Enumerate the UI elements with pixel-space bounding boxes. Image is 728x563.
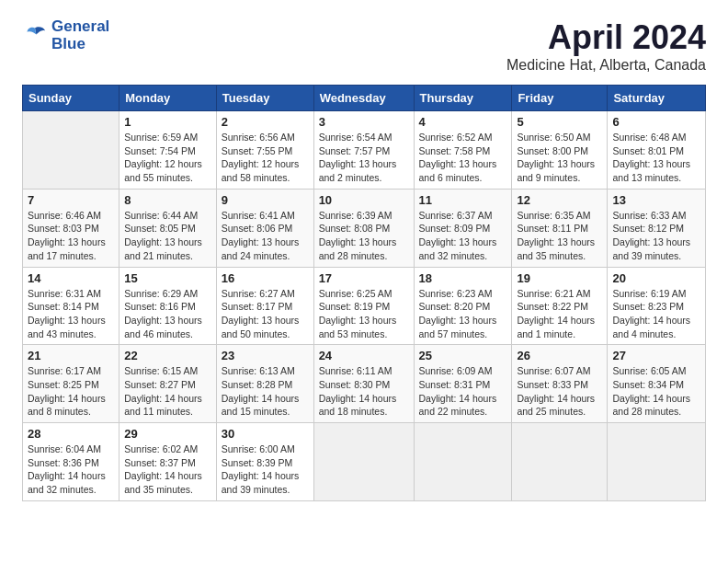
day-number: 7 — [28, 193, 114, 207]
day-number: 29 — [124, 427, 211, 441]
day-info: Sunrise: 6:44 AM Sunset: 8:05 PM Dayligh… — [124, 209, 211, 263]
table-row: 2Sunrise: 6:56 AM Sunset: 7:55 PM Daylig… — [216, 111, 313, 190]
col-monday: Monday — [119, 86, 217, 111]
day-info: Sunrise: 6:02 AM Sunset: 8:37 PM Dayligh… — [124, 442, 211, 497]
day-number: 8 — [124, 193, 211, 207]
day-info: Sunrise: 6:54 AM Sunset: 7:57 PM Dayligh… — [319, 131, 409, 185]
day-number: 18 — [419, 271, 507, 285]
table-row: 11Sunrise: 6:37 AM Sunset: 8:09 PM Dayli… — [414, 189, 512, 267]
logo-general: General — [51, 18, 109, 36]
day-number: 9 — [222, 193, 309, 207]
day-info: Sunrise: 6:46 AM Sunset: 8:03 PM Dayligh… — [28, 209, 114, 263]
table-row: 1Sunrise: 6:59 AM Sunset: 7:54 PM Daylig… — [119, 111, 217, 190]
day-info: Sunrise: 6:05 AM Sunset: 8:34 PM Dayligh… — [612, 364, 700, 419]
day-info: Sunrise: 6:41 AM Sunset: 8:06 PM Dayligh… — [222, 209, 309, 263]
day-number: 20 — [612, 271, 700, 285]
table-row: 4Sunrise: 6:52 AM Sunset: 7:58 PM Daylig… — [414, 111, 512, 190]
table-row: 9Sunrise: 6:41 AM Sunset: 8:06 PM Daylig… — [216, 189, 313, 267]
day-number: 4 — [419, 115, 507, 129]
table-row: 26Sunrise: 6:07 AM Sunset: 8:33 PM Dayli… — [512, 345, 608, 423]
table-row: 28Sunrise: 6:04 AM Sunset: 8:36 PM Dayli… — [23, 423, 119, 501]
day-info: Sunrise: 6:59 AM Sunset: 7:54 PM Dayligh… — [124, 131, 211, 185]
day-info: Sunrise: 6:25 AM Sunset: 8:19 PM Dayligh… — [319, 287, 409, 341]
calendar-subtitle: Medicine Hat, Alberta, Canada — [506, 57, 706, 74]
day-info: Sunrise: 6:07 AM Sunset: 8:33 PM Dayligh… — [517, 364, 602, 419]
table-row: 5Sunrise: 6:50 AM Sunset: 8:00 PM Daylig… — [512, 111, 608, 190]
day-info: Sunrise: 6:17 AM Sunset: 8:25 PM Dayligh… — [28, 364, 114, 419]
day-number: 11 — [419, 193, 507, 207]
col-friday: Friday — [512, 86, 608, 111]
day-number: 16 — [222, 271, 309, 285]
day-number: 28 — [28, 427, 114, 441]
day-number: 30 — [222, 427, 309, 441]
day-info: Sunrise: 6:48 AM Sunset: 8:01 PM Dayligh… — [612, 131, 700, 185]
col-tuesday: Tuesday — [216, 86, 313, 111]
day-info: Sunrise: 6:31 AM Sunset: 8:14 PM Dayligh… — [28, 287, 114, 341]
table-row: 3Sunrise: 6:54 AM Sunset: 7:57 PM Daylig… — [313, 111, 414, 190]
table-row: 12Sunrise: 6:35 AM Sunset: 8:11 PM Dayli… — [512, 189, 608, 267]
table-row: 19Sunrise: 6:21 AM Sunset: 8:22 PM Dayli… — [512, 267, 608, 345]
table-row: 21Sunrise: 6:17 AM Sunset: 8:25 PM Dayli… — [23, 345, 119, 423]
day-info: Sunrise: 6:27 AM Sunset: 8:17 PM Dayligh… — [222, 287, 309, 341]
calendar-title: April 2024 — [506, 18, 706, 57]
day-number: 13 — [612, 193, 700, 207]
table-row: 24Sunrise: 6:11 AM Sunset: 8:30 PM Dayli… — [313, 345, 414, 423]
table-row: 22Sunrise: 6:15 AM Sunset: 8:27 PM Dayli… — [119, 345, 217, 423]
table-row — [608, 423, 706, 501]
col-thursday: Thursday — [414, 86, 512, 111]
day-info: Sunrise: 6:04 AM Sunset: 8:36 PM Dayligh… — [28, 442, 114, 497]
day-number: 23 — [222, 349, 309, 362]
table-row — [23, 111, 119, 190]
table-row: 7Sunrise: 6:46 AM Sunset: 8:03 PM Daylig… — [23, 189, 119, 267]
day-info: Sunrise: 6:21 AM Sunset: 8:22 PM Dayligh… — [517, 287, 602, 341]
table-row: 18Sunrise: 6:23 AM Sunset: 8:20 PM Dayli… — [414, 267, 512, 345]
col-wednesday: Wednesday — [313, 86, 414, 111]
day-info: Sunrise: 6:13 AM Sunset: 8:28 PM Dayligh… — [222, 364, 309, 419]
table-row: 17Sunrise: 6:25 AM Sunset: 8:19 PM Dayli… — [313, 267, 414, 345]
table-row: 16Sunrise: 6:27 AM Sunset: 8:17 PM Dayli… — [216, 267, 313, 345]
table-row: 6Sunrise: 6:48 AM Sunset: 8:01 PM Daylig… — [608, 111, 706, 190]
day-info: Sunrise: 6:09 AM Sunset: 8:31 PM Dayligh… — [419, 364, 507, 419]
table-row: 20Sunrise: 6:19 AM Sunset: 8:23 PM Dayli… — [608, 267, 706, 345]
day-number: 22 — [124, 349, 211, 362]
logo: General Blue — [22, 18, 109, 52]
col-saturday: Saturday — [608, 86, 706, 111]
day-number: 5 — [517, 115, 602, 129]
calendar-page: General Blue April 2024 Medicine Hat, Al… — [0, 0, 728, 516]
day-info: Sunrise: 6:11 AM Sunset: 8:30 PM Dayligh… — [319, 364, 409, 419]
day-info: Sunrise: 6:39 AM Sunset: 8:08 PM Dayligh… — [319, 209, 409, 263]
table-row: 13Sunrise: 6:33 AM Sunset: 8:12 PM Dayli… — [608, 189, 706, 267]
calendar-body: 1Sunrise: 6:59 AM Sunset: 7:54 PM Daylig… — [23, 111, 706, 501]
day-info: Sunrise: 6:50 AM Sunset: 8:00 PM Dayligh… — [517, 131, 602, 185]
day-number: 17 — [319, 271, 409, 285]
table-row: 15Sunrise: 6:29 AM Sunset: 8:16 PM Dayli… — [119, 267, 217, 345]
day-info: Sunrise: 6:37 AM Sunset: 8:09 PM Dayligh… — [419, 209, 507, 263]
table-row — [512, 423, 608, 501]
day-number: 24 — [319, 349, 409, 362]
day-info: Sunrise: 6:00 AM Sunset: 8:39 PM Dayligh… — [222, 442, 309, 497]
table-row: 8Sunrise: 6:44 AM Sunset: 8:05 PM Daylig… — [119, 189, 217, 267]
table-row — [313, 423, 414, 501]
title-block: April 2024 Medicine Hat, Alberta, Canada — [506, 18, 706, 74]
day-info: Sunrise: 6:19 AM Sunset: 8:23 PM Dayligh… — [612, 287, 700, 341]
table-row: 29Sunrise: 6:02 AM Sunset: 8:37 PM Dayli… — [119, 423, 217, 501]
day-number: 6 — [612, 115, 700, 129]
day-number: 15 — [124, 271, 211, 285]
day-number: 1 — [124, 115, 211, 129]
table-row: 14Sunrise: 6:31 AM Sunset: 8:14 PM Dayli… — [23, 267, 119, 345]
table-row: 10Sunrise: 6:39 AM Sunset: 8:08 PM Dayli… — [313, 189, 414, 267]
day-info: Sunrise: 6:29 AM Sunset: 8:16 PM Dayligh… — [124, 287, 211, 341]
day-number: 25 — [419, 349, 507, 362]
col-sunday: Sunday — [23, 86, 119, 111]
day-number: 10 — [319, 193, 409, 207]
calendar-table: Sunday Monday Tuesday Wednesday Thursday… — [22, 85, 706, 501]
table-row: 27Sunrise: 6:05 AM Sunset: 8:34 PM Dayli… — [608, 345, 706, 423]
day-info: Sunrise: 6:15 AM Sunset: 8:27 PM Dayligh… — [124, 364, 211, 419]
logo-blue: Blue — [51, 36, 109, 53]
day-number: 12 — [517, 193, 602, 207]
day-number: 19 — [517, 271, 602, 285]
day-number: 21 — [28, 349, 114, 362]
day-number: 26 — [517, 349, 602, 362]
day-info: Sunrise: 6:23 AM Sunset: 8:20 PM Dayligh… — [419, 287, 507, 341]
day-number: 2 — [222, 115, 309, 129]
